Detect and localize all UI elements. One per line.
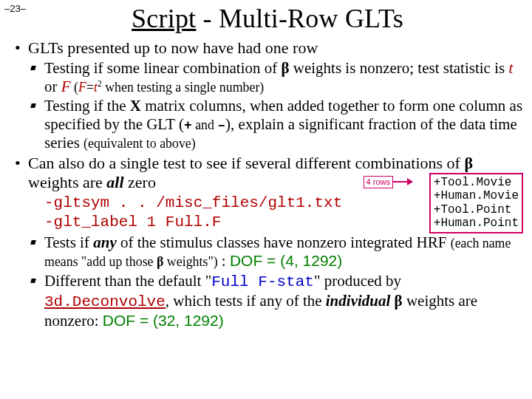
t: ( — [71, 80, 78, 95]
t: Tests if — [44, 233, 93, 251]
t: Can also do a single test to see if seve… — [28, 154, 464, 172]
glt-line-1: +Tool.Movie — [434, 176, 519, 189]
t: zero — [124, 173, 156, 191]
t: F — [78, 80, 86, 95]
t: Testing if the — [44, 97, 130, 115]
plus: + — [184, 118, 192, 133]
t: Different than the default " — [44, 272, 211, 290]
t: and — [192, 117, 218, 132]
arrow-icon — [393, 181, 412, 183]
t: Testing if some linear combination of — [44, 59, 281, 77]
f-stat: F — [61, 78, 71, 95]
bullet-tests-any: Tests if any of the stimulus classes hav… — [12, 233, 523, 270]
slide-title: Script - Multi-Row GLTs — [12, 3, 523, 34]
individual: individual — [326, 292, 391, 310]
t: weights") — [163, 254, 217, 269]
rows-label: 4 rows — [364, 176, 393, 188]
t: of the stimulus classes have nonzero int… — [117, 233, 451, 251]
bullet-x-matrix: Testing if the X matrix columns, when ad… — [12, 97, 523, 152]
t: when testing a single number) — [102, 80, 265, 95]
t: (equivalent to above) — [83, 136, 196, 151]
t: " produced by — [314, 272, 401, 290]
deconvolve: 3d.Deconvolve — [44, 293, 166, 310]
dof-2: DOF = (32, 1292) — [103, 312, 224, 329]
t: : — [218, 252, 230, 270]
beta: β — [281, 59, 289, 77]
glt-line-3: +Tool.Point — [434, 203, 519, 216]
t: weights is nonzero; test statistic is — [290, 59, 509, 77]
minus: – — [217, 118, 225, 133]
glt-line-2: +Human.Movie — [434, 189, 519, 202]
t-stat: t — [508, 59, 513, 77]
glt-box: +Tool.Movie +Human.Movie +Tool.Point +Hu… — [429, 173, 523, 233]
arrow-container: 4 rows — [364, 176, 412, 188]
dof-1: DOF = (4, 1292) — [230, 252, 342, 269]
beta4: β — [395, 292, 403, 310]
t: , which tests if any of the — [166, 292, 326, 310]
title-script: Script — [132, 4, 196, 33]
x-matrix: X — [130, 97, 141, 115]
any: any — [93, 233, 117, 251]
page-number: –23– — [4, 3, 26, 14]
all: all — [106, 173, 123, 191]
paren: (F=t2 when testing a single number) — [71, 80, 265, 95]
full-f-stat: Full F-stat — [211, 273, 314, 290]
bullet-linear-combo: Testing if some linear combination of β … — [12, 59, 523, 96]
slide-content: GLTs presented up to now have had one ro… — [12, 38, 523, 330]
beta3: β — [157, 254, 163, 269]
t: = — [86, 80, 94, 95]
title-rest: - Multi-Row GLTs — [196, 4, 403, 33]
bullet-different-default: Different than the default "Full F-stat"… — [12, 272, 523, 330]
glt-line-4: +Human.Point — [434, 216, 519, 230]
beta2: β — [464, 154, 473, 172]
t: weights are — [28, 173, 106, 191]
bullet-one-row: GLTs presented up to now have had one ro… — [12, 38, 523, 58]
t: or — [44, 78, 61, 95]
